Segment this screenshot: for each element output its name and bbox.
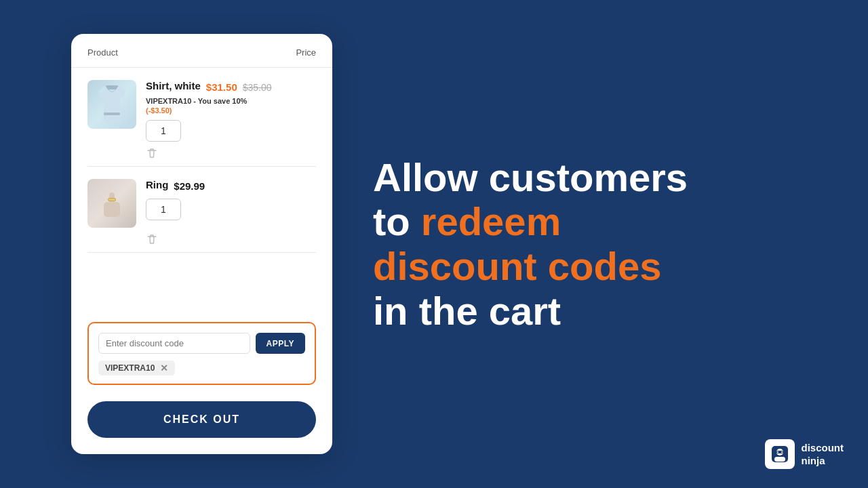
cart-item-info-shirt: Shirt, white $31.50 $35.00 VIPEXTRA10 - …	[146, 80, 316, 142]
svg-rect-5	[108, 199, 115, 201]
product-image-ring	[87, 179, 136, 228]
brand-icon	[765, 439, 795, 469]
delete-ring[interactable]	[87, 228, 316, 245]
apply-button[interactable]: APPLY	[256, 333, 305, 354]
table-row: Shirt, white $31.50 $35.00 VIPEXTRA10 - …	[87, 68, 316, 167]
brand-name-line1: discount	[802, 441, 844, 455]
promo-line2-white: to	[373, 199, 421, 243]
brand-name: discount ninja	[802, 441, 844, 468]
svg-rect-8	[774, 457, 785, 462]
svg-point-10	[777, 451, 778, 453]
product-name-shirt: Shirt, white	[146, 80, 201, 92]
svg-point-11	[781, 451, 783, 453]
coupon-tag: VIPEXTRA10 ✕	[98, 361, 175, 375]
quantity-box-shirt[interactable]: 1	[146, 120, 181, 142]
table-row: Ring $29.99 1	[87, 167, 316, 253]
discount-code-label: VIPEXTRA10 - You save 10%	[146, 97, 316, 105]
trash-icon	[146, 147, 158, 159]
ninja-icon	[769, 443, 791, 465]
promo-line4: in the cart	[373, 289, 561, 333]
cart-header: Product Price	[71, 47, 332, 68]
discount-section: APPLY VIPEXTRA10 ✕	[71, 311, 332, 394]
promo-line1: Allow customers	[373, 155, 688, 199]
delete-shirt[interactable]	[87, 142, 316, 159]
discount-box: APPLY VIPEXTRA10 ✕	[87, 322, 316, 385]
brand-name-line2: ninja	[802, 454, 844, 468]
cart-header-price: Price	[296, 47, 316, 58]
brand-logo: discount ninja	[765, 439, 844, 469]
cart-items: Shirt, white $31.50 $35.00 VIPEXTRA10 - …	[71, 68, 332, 311]
coupon-remove-button[interactable]: ✕	[160, 363, 168, 373]
promo-line3-orange: discount codes	[373, 244, 661, 288]
product-price-discounted: $31.50	[206, 81, 237, 93]
trash-icon	[146, 233, 158, 245]
promo-text: Allow customers to redeem discount codes…	[332, 155, 753, 333]
cart-item-info-ring: Ring $29.99 1	[146, 179, 316, 220]
product-name-ring: Ring	[146, 179, 168, 190]
checkout-section: CHECK OUT	[71, 394, 332, 438]
quantity-box-ring[interactable]: 1	[146, 199, 181, 220]
cart-card: Product Price	[71, 34, 332, 454]
page-container: Product Price	[0, 0, 868, 488]
svg-rect-1	[104, 113, 120, 115]
promo-headline: Allow customers to redeem discount codes…	[373, 155, 698, 333]
discount-saving: (-$3.50)	[146, 106, 316, 115]
product-price-original: $35.00	[243, 82, 272, 93]
checkout-button[interactable]: CHECK OUT	[87, 401, 316, 438]
product-price-ring: $29.99	[174, 180, 205, 192]
promo-line2-orange: redeem	[421, 199, 561, 243]
discount-input-row: APPLY	[98, 333, 305, 354]
cart-header-product: Product	[87, 47, 118, 58]
coupon-code-label: VIPEXTRA10	[105, 363, 155, 373]
discount-code-input[interactable]	[98, 333, 250, 354]
product-image-shirt	[87, 80, 136, 129]
